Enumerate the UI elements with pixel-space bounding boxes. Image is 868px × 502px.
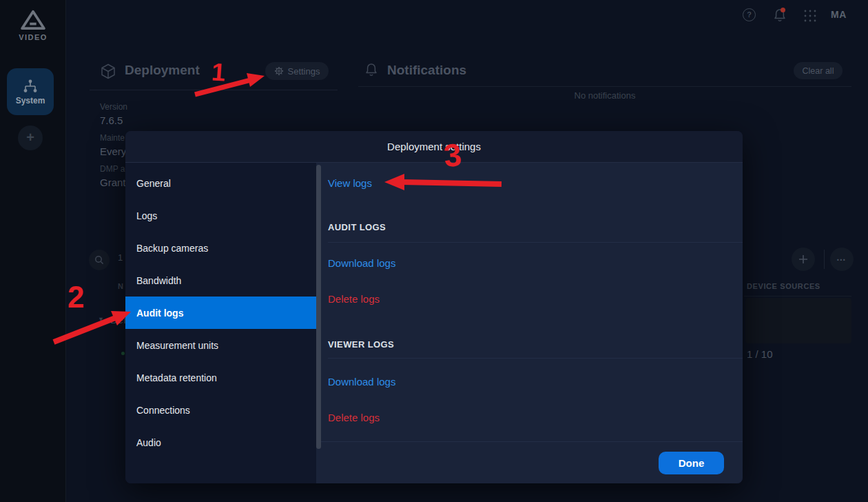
field-label: Mainte xyxy=(100,133,125,143)
footer-divider xyxy=(316,441,743,442)
deployment-header-divider xyxy=(90,90,338,90)
modal-settings-nav: General Logs Backup cameras Bandwidth Au… xyxy=(125,163,316,483)
nav-item-measurement-units[interactable]: Measurement units xyxy=(125,329,316,361)
clear-all-button[interactable]: Clear all xyxy=(794,62,843,79)
modal-header: Deployment settings xyxy=(125,131,743,163)
field-label: Version xyxy=(100,102,127,112)
section-divider xyxy=(328,242,743,243)
sidebar-item-label: System xyxy=(16,96,45,106)
viewer-logs-section-header: VIEWER LOGS xyxy=(328,339,394,350)
notifications-panel-title: Notifications xyxy=(387,63,466,78)
gear-icon xyxy=(274,66,284,76)
app-grid-icon[interactable] xyxy=(804,10,816,22)
nav-item-backup-cameras[interactable]: Backup cameras xyxy=(125,232,316,264)
logo-label: VIDEO xyxy=(0,33,66,41)
view-logs-link[interactable]: View logs xyxy=(328,177,372,189)
done-button[interactable]: Done xyxy=(659,452,724,474)
status-dot xyxy=(121,352,125,355)
sidebar-item-system[interactable]: System xyxy=(7,68,54,115)
deployment-settings-modal: Deployment settings General Logs Backup … xyxy=(125,131,743,483)
app-sidebar: VIDEO System + xyxy=(0,0,66,502)
nav-item-connections[interactable]: Connections xyxy=(125,394,316,426)
add-device-button[interactable] xyxy=(792,248,815,271)
nav-item-general[interactable]: General xyxy=(125,167,316,199)
viewer-download-logs-link[interactable]: Download logs xyxy=(328,376,395,388)
field-value: Every xyxy=(100,145,126,157)
nav-item-audio[interactable]: Audio xyxy=(125,426,316,459)
deployment-settings-button[interactable]: Settings xyxy=(265,62,329,80)
group-row-label[interactable]: Der xyxy=(110,314,127,325)
field-value: 7.6.5 xyxy=(100,114,123,126)
notifications-header-divider xyxy=(358,86,851,87)
nav-item-logs[interactable]: Logs xyxy=(125,199,316,232)
logo-triangle-icon xyxy=(20,10,46,30)
deployment-cube-icon xyxy=(101,63,116,79)
user-avatar[interactable]: MA xyxy=(831,9,847,20)
help-icon[interactable]: ? xyxy=(743,8,756,21)
camera-count: 1 xyxy=(118,252,123,263)
name-column-header: N xyxy=(118,282,124,290)
settings-button-label: Settings xyxy=(288,66,320,77)
panel-bell-icon xyxy=(364,63,378,77)
more-options-button[interactable]: ⋯ xyxy=(830,248,854,271)
chevron-down-icon[interactable]: ▼ xyxy=(98,316,104,323)
add-organization-button[interactable]: + xyxy=(18,126,43,150)
no-notifications-text: No notifications xyxy=(358,90,851,101)
audit-download-logs-link[interactable]: Download logs xyxy=(328,257,395,269)
viewer-delete-logs-link[interactable]: Delete logs xyxy=(328,412,380,423)
table-header-divider xyxy=(744,296,851,297)
audit-delete-logs-link[interactable]: Delete logs xyxy=(328,293,380,305)
search-button[interactable] xyxy=(89,250,110,270)
nav-item-audit-logs[interactable]: Audit logs xyxy=(125,297,316,329)
deployment-panel-title: Deployment xyxy=(125,63,200,78)
system-tree-icon xyxy=(21,79,39,94)
device-sources-column-header: DEVICE SOURCES xyxy=(747,282,820,290)
table-row[interactable] xyxy=(745,298,851,343)
modal-content: View logs AUDIT LOGS Download logs Delet… xyxy=(316,163,743,483)
search-icon xyxy=(94,255,104,265)
nav-item-metadata-retention[interactable]: Metadata retention xyxy=(125,361,316,394)
section-divider xyxy=(328,358,743,359)
nav-item-bandwidth[interactable]: Bandwidth xyxy=(125,264,316,297)
notification-dot xyxy=(781,8,785,12)
field-value: Grant xyxy=(100,177,126,188)
annotation-step-1: 1 xyxy=(211,57,227,87)
modal-scrollbar[interactable] xyxy=(316,165,321,449)
app-logo: VIDEO xyxy=(0,10,66,41)
audit-logs-section-header: AUDIT LOGS xyxy=(328,222,386,232)
pagination-readout: 1 / 10 xyxy=(747,348,773,360)
toolbar-divider xyxy=(824,250,825,269)
annotation-step-2: 2 xyxy=(68,280,84,314)
modal-title: Deployment settings xyxy=(387,141,481,152)
